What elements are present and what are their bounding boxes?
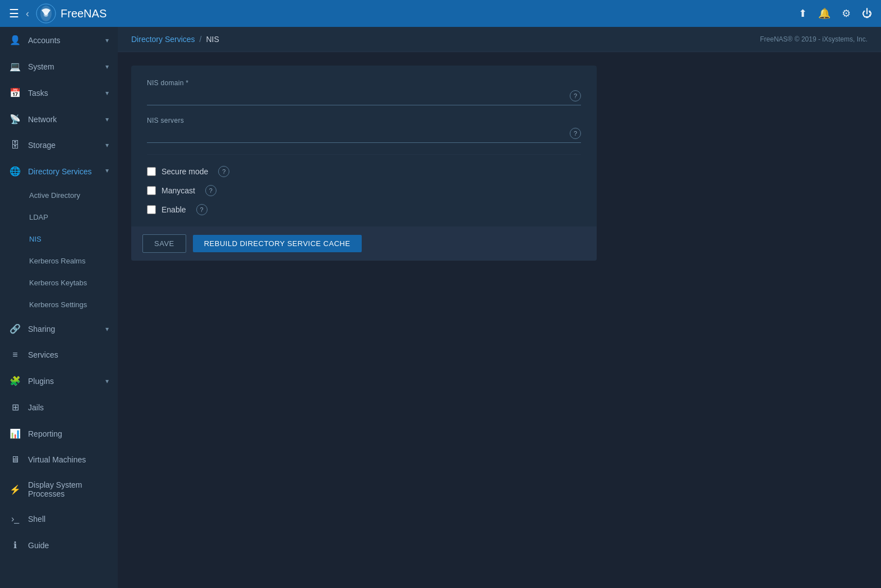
secure-mode-help-icon[interactable]: ? [218,166,229,177]
sidebar-item-tasks[interactable]: 📅 Tasks ▾ [0,80,118,106]
sidebar-item-network[interactable]: 📡 Network ▾ [0,106,118,132]
enable-label: Enable [162,205,186,214]
sidebar-subitem-nis[interactable]: NIS [0,228,118,250]
nis-domain-help-icon[interactable]: ? [570,90,581,101]
bell-icon[interactable]: 🔔 [818,7,831,20]
sidebar-item-label: Sharing [28,325,99,334]
save-button[interactable]: SAVE [142,234,186,253]
activity-icon: ⚡ [9,484,21,495]
sidebar-subitem-ldap[interactable]: LDAP [0,206,118,228]
sidebar-item-storage[interactable]: 🗄 Storage ▾ [0,132,118,158]
sidebar-item-services[interactable]: ≡ Services [0,342,118,368]
sidebar-subitem-active-directory[interactable]: Active Directory [0,184,118,206]
sidebar-subitem-kerberos-realms[interactable]: Kerberos Realms [0,250,118,272]
breadcrumb-parent[interactable]: Directory Services [131,35,195,44]
nis-servers-input[interactable] [147,127,565,140]
sidebar-item-label: Guide [28,541,109,550]
freenas-logo-icon [36,3,56,24]
sidebar-item-label: Accounts [28,36,99,45]
plugins-icon: 🧩 [9,376,21,386]
manycast-label: Manycast [162,186,195,195]
breadcrumb-bar: Directory Services / NIS FreeNAS® © 2019… [118,27,881,52]
secure-mode-checkbox[interactable] [147,167,156,176]
sidebar-item-jails[interactable]: ⊞ Jails [0,394,118,420]
sidebar-subitem-kerberos-keytabs[interactable]: Kerberos Keytabs [0,272,118,294]
topbar-left: ☰ ‹ FreeNAS [9,3,107,24]
sidebar-item-label: Services [28,350,109,359]
power-icon[interactable]: ⏻ [862,8,872,20]
secure-mode-label: Secure mode [162,167,208,176]
sidebar-item-label: Virtual Machines [28,455,109,464]
sidebar-item-label: Jails [28,403,109,412]
sidebar-item-label: Display System Processes [28,480,109,498]
nis-domain-field: NIS domain * ? [147,79,581,105]
svg-point-2 [44,12,48,17]
sharing-icon: 🔗 [9,323,21,334]
reporting-icon: 📊 [9,428,21,439]
storage-icon: 🗄 [9,140,21,150]
secure-mode-row: Secure mode ? [147,166,581,177]
info-icon: ℹ [9,540,21,550]
nis-label: NIS [29,235,41,243]
breadcrumb-separator: / [200,35,202,44]
hamburger-menu-icon[interactable]: ☰ [9,7,19,20]
sidebar-item-virtual-machines[interactable]: 🖥 Virtual Machines [0,447,118,473]
kerberos-realms-label: Kerberos Realms [29,257,85,265]
sidebar-item-plugins[interactable]: 🧩 Plugins ▾ [0,368,118,394]
manycast-help-icon[interactable]: ? [205,185,216,196]
app-logo: FreeNAS [36,3,107,24]
copyright: FreeNAS® © 2019 - iXsystems, Inc. [760,35,868,43]
back-icon[interactable]: ‹ [26,8,29,20]
topbar: ☰ ‹ FreeNAS ⬆ 🔔 ⚙ ⏻ [0,0,881,27]
sidebar-item-label: Directory Services [28,167,99,176]
sidebar-item-sharing[interactable]: 🔗 Sharing ▾ [0,316,118,342]
sidebar-item-label: Plugins [28,377,99,386]
directory-services-icon: 🌐 [9,166,21,177]
settings-icon[interactable]: ⚙ [842,7,851,20]
sidebar-item-label: Network [28,115,99,124]
system-arrow: ▾ [105,63,109,71]
form-divider [147,154,581,155]
sidebar-item-system[interactable]: 💻 System ▾ [0,53,118,80]
kerberos-keytabs-label: Kerberos Keytabs [29,279,87,287]
enable-help-icon[interactable]: ? [196,204,207,215]
plugins-arrow: ▾ [105,377,109,385]
vm-icon: 🖥 [9,455,21,465]
nis-domain-label: NIS domain * [147,79,581,87]
sidebar-item-label: Tasks [28,89,99,98]
network-icon: 📡 [9,114,21,124]
accounts-icon: 👤 [9,35,21,45]
system-icon: 💻 [9,61,21,72]
sidebar-item-label: Storage [28,141,99,150]
sidebar-subitem-kerberos-settings[interactable]: Kerberos Settings [0,294,118,316]
sidebar-item-accounts[interactable]: 👤 Accounts ▾ [0,27,118,53]
ldap-label: LDAP [29,213,48,221]
nis-servers-label: NIS servers [147,117,581,124]
sidebar-item-display-system-processes[interactable]: ⚡ Display System Processes [0,473,118,506]
services-icon: ≡ [9,350,21,360]
enable-checkbox[interactable] [147,205,156,214]
upload-icon[interactable]: ⬆ [799,7,807,20]
breadcrumb: Directory Services / NIS [131,35,219,44]
enable-row: Enable ? [147,204,581,215]
sidebar-item-guide[interactable]: ℹ Guide [0,532,118,558]
sidebar-item-reporting[interactable]: 📊 Reporting [0,420,118,447]
app-name: FreeNAS [61,7,107,20]
nis-servers-field: NIS servers ? [147,117,581,143]
sidebar-item-label: Reporting [28,429,109,438]
jails-icon: ⊞ [9,402,21,413]
sidebar-item-shell[interactable]: ›_ Shell [0,506,118,532]
tasks-icon: 📅 [9,87,21,98]
manycast-checkbox[interactable] [147,186,156,195]
manycast-row: Manycast ? [147,185,581,196]
app-body: 👤 Accounts ▾ 💻 System ▾ 📅 Tasks ▾ 📡 Netw… [0,27,881,588]
nis-form-card: NIS domain * ? NIS servers ? [131,66,597,261]
sharing-arrow: ▾ [105,325,109,333]
sidebar-item-label: Shell [28,515,109,524]
nis-servers-row: ? [147,127,581,143]
directory-services-arrow: ▴ [105,168,109,175]
sidebar-item-directory-services[interactable]: 🌐 Directory Services ▴ [0,158,118,184]
nis-domain-input[interactable] [147,89,565,103]
nis-servers-help-icon[interactable]: ? [570,128,581,139]
rebuild-cache-button[interactable]: REBUILD DIRECTORY SERVICE CACHE [193,235,362,252]
